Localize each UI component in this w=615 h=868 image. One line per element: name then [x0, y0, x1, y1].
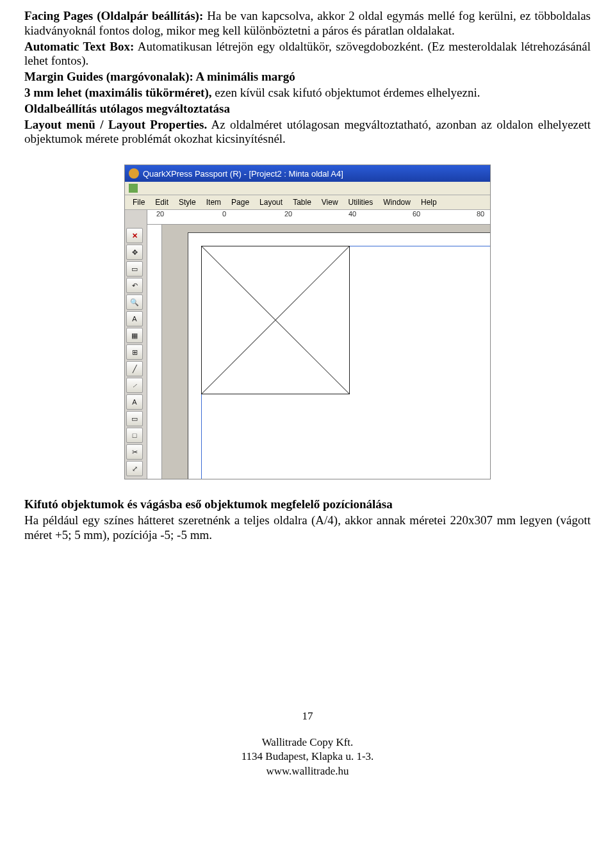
menu-utilities[interactable]: Utilities — [343, 197, 379, 208]
menu-window[interactable]: Window — [378, 197, 416, 208]
ruler-label: 60 — [413, 210, 420, 218]
tool-linkbox-icon[interactable]: ▭ — [126, 411, 143, 426]
tool-rect-icon[interactable]: ▭ — [126, 261, 143, 277]
menu-help[interactable]: Help — [416, 197, 442, 208]
p2-lead: Automatic Text Box: — [24, 40, 134, 53]
p7-text: Kifutó objektumok és vágásba eső objektu… — [24, 497, 393, 511]
document-row — [125, 182, 490, 195]
tool-scissors-icon[interactable]: ✂ — [126, 444, 143, 460]
paragraph-7: Kifutó objektumok és vágásba eső objektu… — [24, 497, 591, 512]
tool-box-icon[interactable]: □ — [126, 428, 143, 443]
ruler-label: 20 — [156, 210, 164, 218]
ruler-label: 40 — [348, 210, 356, 218]
p4-lead: 3 mm lehet (maximális tükörméret), — [24, 86, 212, 99]
tool-textpath-icon[interactable]: A — [126, 394, 143, 410]
paragraph-6: Layout menü / Layout Properties. Az olda… — [24, 118, 591, 147]
menu-style[interactable]: Style — [174, 197, 201, 208]
menu-layout[interactable]: Layout — [254, 197, 288, 208]
footer-line-3: www.wallitrade.hu — [24, 764, 591, 779]
menu-bar: File Edit Style Item Page Layout Table V… — [125, 195, 490, 210]
p3-lead: Margin Guides (margóvonalak): A minimáli… — [24, 70, 295, 83]
canvas-body — [147, 225, 490, 479]
ruler-label: 0 — [222, 210, 226, 218]
doc-icon — [129, 184, 138, 193]
canvas-column: 20 0 20 40 60 80 — [147, 210, 490, 479]
document-page-layout[interactable] — [188, 232, 490, 479]
page-footer: 17 Wallitrade Copy Kft. 1134 Budapest, K… — [24, 709, 591, 780]
ruler-label: 20 — [284, 210, 292, 218]
tool-close-icon[interactable]: ✕ — [126, 228, 143, 243]
menu-file[interactable]: File — [127, 197, 150, 208]
picture-box[interactable] — [201, 246, 350, 394]
menu-view[interactable]: View — [316, 197, 343, 208]
tool-link-icon[interactable]: ⤢ — [126, 461, 143, 476]
tool-palette: ✕ ✥ ▭ ↶ 🔍 A ▦ ⊞ ╱ ⟋ A ▭ □ ✂ ⤢ — [125, 210, 147, 479]
page-canvas[interactable] — [162, 225, 490, 479]
window-titlebar[interactable]: QuarkXPress Passport (R) - [Project2 : M… — [125, 165, 490, 182]
app-icon — [129, 168, 139, 179]
footer-line-1: Wallitrade Copy Kft. — [24, 735, 591, 750]
paragraph-1: Facing Pages (Oldalpár beállítás): Ha be… — [24, 9, 591, 38]
vertical-ruler — [147, 225, 162, 479]
ruler-label: 80 — [477, 210, 484, 218]
document-page: Facing Pages (Oldalpár beállítás): Ha be… — [0, 0, 615, 792]
tool-bezier-icon[interactable]: ⟋ — [126, 378, 143, 393]
paragraph-8: Ha például egy színes hátteret szeretnén… — [24, 513, 591, 543]
screenshot-container: QuarkXPress Passport (R) - [Project2 : M… — [24, 165, 591, 479]
footer-line-2: 1134 Budapest, Klapka u. 1-3. — [24, 750, 591, 764]
menu-page[interactable]: Page — [226, 197, 254, 208]
paragraph-4: 3 mm lehet (maximális tükörméret), ezen … — [24, 86, 591, 100]
tool-zoom-icon[interactable]: 🔍 — [126, 294, 143, 310]
menu-table[interactable]: Table — [288, 197, 316, 208]
tool-rotate-icon[interactable]: ↶ — [126, 278, 143, 293]
paragraph-3: Margin Guides (margóvonalak): A minimáli… — [24, 70, 591, 84]
p6-lead: Layout menü / Layout Properties. — [24, 118, 207, 131]
quarkxpress-window: QuarkXPress Passport (R) - [Project2 : M… — [124, 165, 491, 479]
p4-rest: ezen kívül csak kifutó objektumot érdeme… — [212, 86, 480, 99]
paragraph-5: Oldalbeállítás utólagos megváltoztatása — [24, 102, 591, 117]
tool-text-icon[interactable]: A — [126, 311, 143, 326]
p5-text: Oldalbeállítás utólagos megváltoztatása — [24, 102, 230, 115]
window-title: QuarkXPress Passport (R) - [Project2 : M… — [143, 169, 343, 179]
horizontal-ruler: 20 0 20 40 60 80 — [147, 210, 490, 225]
tool-picturebox-icon[interactable]: ▦ — [126, 328, 143, 343]
p1-lead: Facing Pages (Oldalpár beállítás): — [24, 9, 203, 22]
page-number: 17 — [24, 709, 591, 724]
tool-table-icon[interactable]: ⊞ — [126, 344, 143, 360]
paragraph-2: Automatic Text Box: Automatikusan létrej… — [24, 40, 591, 69]
menu-item[interactable]: Item — [201, 197, 226, 208]
work-area: ✕ ✥ ▭ ↶ 🔍 A ▦ ⊞ ╱ ⟋ A ▭ □ ✂ ⤢ — [125, 210, 490, 479]
menu-edit[interactable]: Edit — [150, 197, 174, 208]
tool-move-icon[interactable]: ✥ — [126, 245, 143, 260]
tool-line-icon[interactable]: ╱ — [126, 361, 143, 376]
picture-box-x-icon — [202, 246, 349, 394]
